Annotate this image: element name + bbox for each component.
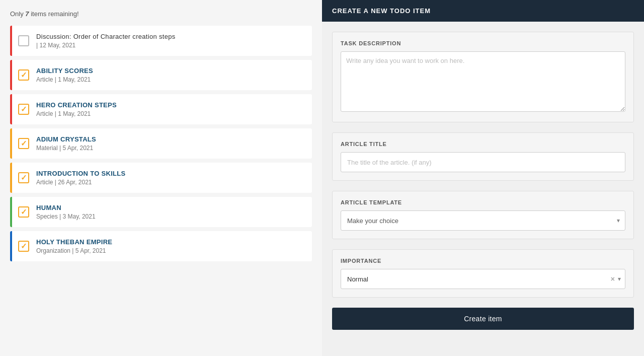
todo-item-adium-crystals[interactable]: ADIUM CRYSTALSMaterial | 5 Apr, 2021 [10,128,312,159]
todo-meta-intro-to-skills: Article | 26 Apr, 2021 [36,179,126,186]
todo-content-discussion: Discussion: Order of Character creation … [36,33,176,49]
items-remaining: Only 7 items remaining! [10,10,312,18]
todo-item-discussion[interactable]: Discussion: Order of Character creation … [10,26,312,56]
todo-list: Discussion: Order of Character creation … [10,26,312,261]
article-title-section: ARTICLE TITLE [332,132,634,181]
todo-item-ability-scores[interactable]: ABILITY SCORESArticle | 1 May, 2021 [10,60,312,90]
todo-content-human: HUMANSpecies | 3 May, 2021 [36,204,96,220]
importance-section: IMPORTANCE Normal × ▾ [332,249,634,298]
right-panel-header: CREATE A NEW TODO ITEM [322,0,644,22]
task-description-section: TASK DESCRIPTION [332,32,634,122]
todo-content-adium-crystals: ADIUM CRYSTALSMaterial | 5 Apr, 2021 [36,135,96,152]
chevron-down-icon[interactable]: ▾ [618,275,621,282]
panel-title: CREATE A NEW TODO ITEM [332,7,431,15]
todo-title-intro-to-skills: INTRODUCTION TO SKILLS [36,170,126,177]
article-template-section: ARTICLE TEMPLATE Make your choice Standa… [332,191,634,239]
importance-wrapper: Normal × ▾ [341,269,625,289]
left-panel: Only 7 items remaining! Discussion: Orde… [0,0,322,356]
right-panel: CREATE A NEW TODO ITEM TASK DESCRIPTION … [322,0,644,356]
items-remaining-suffix: items remaining! [29,10,79,18]
article-template-select[interactable]: Make your choice Standard Reference Guid… [341,211,625,230]
article-template-select-wrapper: Make your choice Standard Reference Guid… [341,210,625,231]
todo-content-hero-creation-steps: HERO CREATION STEPSArticle | 1 May, 2021 [36,101,117,117]
todo-item-hero-creation-steps[interactable]: HERO CREATION STEPSArticle | 1 May, 2021 [10,94,312,124]
todo-title-hero-creation-steps: HERO CREATION STEPS [36,101,117,109]
todo-content-ability-scores: ABILITY SCORESArticle | 1 May, 2021 [36,67,93,83]
todo-title-holy-theban-empire: HOLY THEBAN EMPIRE [36,238,112,246]
todo-checkbox-discussion[interactable] [18,35,29,46]
items-remaining-count: 7 [25,10,29,18]
importance-label: IMPORTANCE [341,258,625,264]
todo-title-discussion: Discussion: Order of Character creation … [36,33,176,40]
todo-meta-holy-theban-empire: Organization | 5 Apr, 2021 [36,247,112,254]
importance-clear-button[interactable]: × [611,275,615,283]
todo-meta-discussion: | 12 May, 2021 [36,42,176,49]
todo-content-holy-theban-empire: HOLY THEBAN EMPIREOrganization | 5 Apr, … [36,238,112,254]
task-description-label: TASK DESCRIPTION [341,40,625,46]
importance-controls: × ▾ [611,275,621,283]
todo-checkbox-intro-to-skills[interactable] [18,172,29,183]
todo-meta-adium-crystals: Material | 5 Apr, 2021 [36,145,96,152]
todo-meta-ability-scores: Article | 1 May, 2021 [36,76,93,83]
todo-checkbox-holy-theban-empire[interactable] [18,241,29,252]
todo-content-intro-to-skills: INTRODUCTION TO SKILLSArticle | 26 Apr, … [36,170,126,186]
todo-title-ability-scores: ABILITY SCORES [36,67,93,75]
items-remaining-prefix: Only [10,10,25,18]
todo-meta-hero-creation-steps: Article | 1 May, 2021 [36,110,117,117]
todo-checkbox-hero-creation-steps[interactable] [18,104,29,115]
todo-title-adium-crystals: ADIUM CRYSTALS [36,135,96,143]
todo-item-intro-to-skills[interactable]: INTRODUCTION TO SKILLSArticle | 26 Apr, … [10,163,312,193]
todo-checkbox-adium-crystals[interactable] [18,138,29,149]
right-body: TASK DESCRIPTION ARTICLE TITLE ARTICLE T… [322,22,644,356]
article-template-label: ARTICLE TEMPLATE [341,199,625,205]
todo-item-holy-theban-empire[interactable]: HOLY THEBAN EMPIREOrganization | 5 Apr, … [10,231,312,261]
task-description-input[interactable] [341,51,625,112]
todo-checkbox-ability-scores[interactable] [18,69,29,81]
create-item-button[interactable]: Create item [332,308,634,330]
todo-meta-human: Species | 3 May, 2021 [36,213,96,220]
importance-value: Normal [347,275,611,283]
article-title-input[interactable] [341,152,625,172]
article-title-label: ARTICLE TITLE [341,141,625,147]
todo-checkbox-human[interactable] [18,206,29,218]
todo-title-human: HUMAN [36,204,96,211]
todo-item-human[interactable]: HUMANSpecies | 3 May, 2021 [10,197,312,227]
